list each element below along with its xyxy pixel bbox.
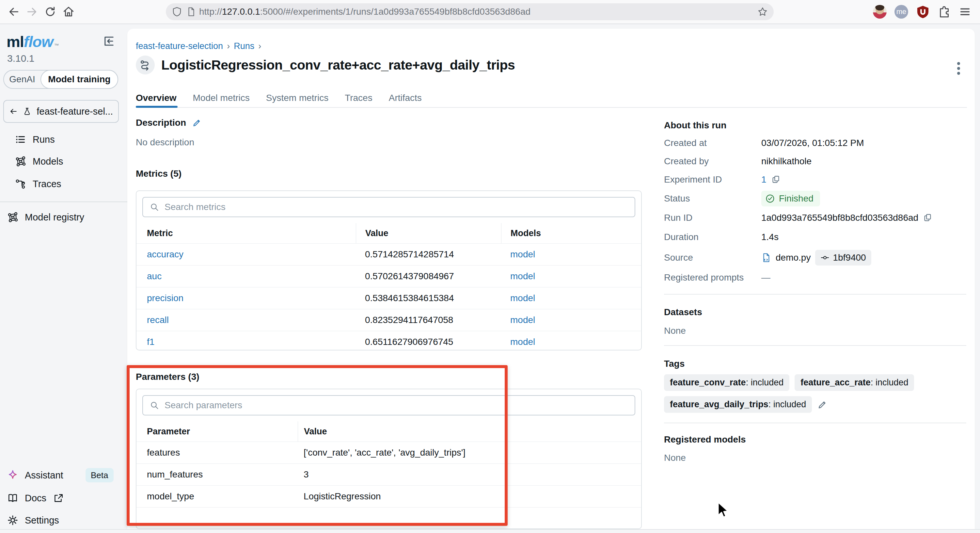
tab-system-metrics[interactable]: System metrics <box>266 93 328 103</box>
column-header[interactable]: Metric <box>137 223 356 243</box>
models-network-icon <box>15 156 26 167</box>
tab-artifacts[interactable]: Artifacts <box>389 93 422 103</box>
metrics-panel: Metric Value Models accuracy 0.571428571… <box>136 190 642 350</box>
model-link[interactable]: model <box>501 315 641 325</box>
tab-model-metrics[interactable]: Model metrics <box>193 93 250 103</box>
breadcrumb-experiment-link[interactable]: feast-feature-selection <box>136 41 223 51</box>
logo-tm: ™ <box>54 43 59 48</box>
tab-traces[interactable]: Traces <box>345 93 372 103</box>
url-text: http://127.0.0.1:5000/#/experiments/1/ru… <box>199 6 757 17</box>
sidebar-collapse-button[interactable] <box>102 35 116 48</box>
sidebar-item-runs[interactable]: Runs <box>0 129 127 150</box>
registered-models-heading: Registered models <box>664 434 746 445</box>
detail-label: Run ID <box>664 212 761 223</box>
back-arrow-icon[interactable] <box>9 106 18 116</box>
metric-value: 0.5384615384615384 <box>356 293 501 303</box>
tag-value: included <box>751 378 784 387</box>
model-link[interactable]: model <box>501 249 641 260</box>
sidebar-item-models[interactable]: Models <box>0 151 127 171</box>
table-row: auc 0.5702614379084967 model <box>137 265 641 287</box>
sidebar-item-model-registry[interactable]: Model registry <box>0 207 127 227</box>
experiment-id-link[interactable]: 1 <box>761 174 767 185</box>
tag-separator: : <box>768 399 773 409</box>
registered-models-none-value: None <box>664 453 686 463</box>
home-button[interactable] <box>59 3 78 21</box>
metric-link[interactable]: recall <box>137 315 356 325</box>
ublock-shield-icon[interactable] <box>916 5 930 19</box>
run-overflow-menu-button[interactable] <box>951 61 966 76</box>
column-header[interactable]: Value <box>356 223 501 243</box>
source-file-name[interactable]: demo.py <box>776 252 811 263</box>
section-divider <box>664 423 966 423</box>
tab-overview[interactable]: Overview <box>136 93 177 103</box>
breadcrumb-separator: › <box>227 41 230 51</box>
sidebar-item-settings[interactable]: Settings <box>0 510 127 530</box>
profile-avatar[interactable] <box>873 5 887 19</box>
experiment-flask-icon <box>23 106 31 116</box>
back-button[interactable] <box>5 3 23 21</box>
mode-toggle: GenAI Model training <box>3 70 118 89</box>
sidebar-divider <box>0 201 127 202</box>
detail-label: Created at <box>664 138 761 148</box>
edit-tags-pencil-icon[interactable] <box>817 399 827 410</box>
collapse-sidebar-icon <box>102 35 116 48</box>
source-commit-pill[interactable]: 1bf9400 <box>815 250 871 265</box>
toggle-model-training[interactable]: Model training <box>40 70 118 89</box>
metric-link[interactable]: auc <box>137 271 356 281</box>
toggle-genai[interactable]: GenAI <box>4 74 40 85</box>
about-this-run-heading: About this run <box>664 120 726 131</box>
page-icon <box>186 7 196 17</box>
table-row: precision 0.5384615384615384 model <box>137 287 641 309</box>
experiment-selector[interactable]: feast-feature-sel... <box>3 100 119 123</box>
sidebar-item-assistant[interactable]: Assistant Beta <box>0 465 127 485</box>
table-row: accuracy 0.5714285714285714 model <box>137 243 641 265</box>
reload-button[interactable] <box>41 3 59 21</box>
duration-value: 1.4s <box>761 232 779 243</box>
sidebar-item-label: Models <box>33 156 63 167</box>
back-icon <box>8 6 20 18</box>
reload-icon <box>44 6 56 18</box>
sidebar-item-label: Runs <box>33 134 55 145</box>
breadcrumb-runs-link[interactable]: Runs <box>234 41 254 51</box>
sidebar-item-docs[interactable]: Docs <box>0 488 127 508</box>
detail-row-run-id: Run ID 1a0d993a765549bf8b8cfd03563d86ad <box>664 208 967 227</box>
copy-icon[interactable] <box>923 213 933 223</box>
browser-chrome: http://127.0.0.1:5000/#/experiments/1/ru… <box>0 0 980 24</box>
column-header[interactable]: Models <box>501 223 641 243</box>
metrics-search[interactable] <box>142 197 635 217</box>
created-at-value: 03/07/2026, 01:05:12 PM <box>761 138 864 148</box>
tag-pill: feature_acc_rate: included <box>795 374 914 391</box>
tags-heading: Tags <box>664 359 684 369</box>
git-commit-icon <box>820 253 829 262</box>
runs-list-icon <box>15 134 26 145</box>
metric-link[interactable]: f1 <box>137 337 356 347</box>
forward-button[interactable] <box>23 3 41 21</box>
model-link[interactable]: model <box>501 337 641 347</box>
menu-hamburger-icon[interactable] <box>958 5 972 18</box>
created-by-link[interactable]: nikhilkathole <box>761 156 811 167</box>
metric-link[interactable]: precision <box>137 293 356 303</box>
sidebar-item-traces[interactable]: Traces <box>0 174 127 194</box>
shield-icon <box>172 6 182 17</box>
tabs-divider <box>136 107 967 108</box>
description-heading: Description <box>136 118 186 128</box>
tag-key: feature_conv_rate <box>670 378 746 387</box>
metric-link[interactable]: accuracy <box>137 249 356 260</box>
tag-value: included <box>773 399 806 409</box>
bookmark-star-icon[interactable] <box>757 6 768 17</box>
bottom-edge-strip <box>0 529 980 533</box>
copy-icon[interactable] <box>771 175 781 185</box>
url-bar[interactable]: http://127.0.0.1:5000/#/experiments/1/ru… <box>166 3 774 20</box>
metrics-search-input[interactable] <box>164 201 628 212</box>
source-file-icon <box>761 253 771 263</box>
extensions-icon[interactable] <box>937 5 951 18</box>
edit-description-pencil-icon[interactable] <box>192 118 202 128</box>
run-type-icon <box>136 56 155 75</box>
detail-label: Status <box>664 193 761 204</box>
description-empty-text: No description <box>136 137 194 148</box>
account-badge[interactable]: me <box>894 5 908 19</box>
run-tabs: Overview Model metrics System metrics Tr… <box>136 91 422 105</box>
model-link[interactable]: model <box>501 293 641 303</box>
model-registry-icon <box>7 212 18 223</box>
model-link[interactable]: model <box>501 271 641 281</box>
